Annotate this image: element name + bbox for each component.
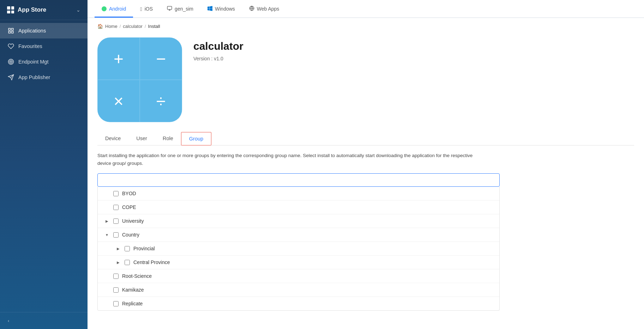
svg-rect-3 bbox=[12, 31, 13, 33]
sidebar-item-app-publisher[interactable]: App Publisher bbox=[0, 70, 88, 85]
grid-icon bbox=[7, 6, 14, 13]
breadcrumb-home[interactable]: Home bbox=[105, 24, 118, 29]
svg-rect-9 bbox=[167, 6, 172, 10]
breadcrumb-sep1: / bbox=[120, 24, 121, 29]
expand-icon[interactable] bbox=[104, 218, 110, 224]
app-icon-wrapper: + − × ÷ bbox=[97, 37, 182, 122]
send-icon bbox=[8, 74, 14, 80]
group-checkbox[interactable] bbox=[113, 232, 119, 238]
sidebar-header[interactable]: App Store ⌄ bbox=[0, 0, 88, 20]
sidebar-collapse-button[interactable]: ‹ bbox=[8, 318, 80, 323]
group-checkbox[interactable] bbox=[113, 205, 119, 210]
calc-divide: ÷ bbox=[140, 80, 182, 122]
tab-label: Windows bbox=[215, 6, 235, 12]
sidebar: App Store ⌄ Applications Favourites Endp… bbox=[0, 0, 88, 329]
content-area: 🏠 Home / calculator / Install + − × ÷ ca… bbox=[88, 18, 644, 329]
sidebar-toggle-icon[interactable]: ⌄ bbox=[76, 7, 80, 13]
sidebar-title: App Store bbox=[18, 6, 46, 13]
sidebar-footer: ‹ bbox=[0, 312, 88, 329]
expand-icon[interactable] bbox=[104, 232, 110, 238]
tab-ios[interactable]:  iOS bbox=[133, 0, 160, 18]
calc-plus: + bbox=[97, 37, 140, 80]
group-list: BYOD COPE University Country bbox=[97, 187, 500, 311]
tab-gen-sim[interactable]: gen_sim bbox=[160, 0, 200, 18]
apple-icon:  bbox=[140, 6, 142, 12]
breadcrumb-app[interactable]: calculator bbox=[123, 24, 143, 29]
heart-icon bbox=[8, 43, 14, 49]
svg-rect-1 bbox=[12, 28, 13, 30]
app-info: calculator Version : v1.0 bbox=[193, 37, 243, 61]
tab-device[interactable]: Device bbox=[97, 132, 128, 145]
tab-android[interactable]: Android bbox=[95, 0, 133, 18]
home-icon: 🏠 bbox=[97, 24, 103, 29]
group-label: Replicate bbox=[122, 301, 143, 306]
group-label: Root-Science bbox=[122, 273, 152, 279]
main-content: Android  iOS gen_sim Windows Web Apps bbox=[88, 0, 644, 329]
sidebar-item-label: Applications bbox=[18, 28, 46, 34]
install-description: Start installing the application for one… bbox=[97, 152, 486, 167]
breadcrumb: 🏠 Home / calculator / Install bbox=[97, 24, 634, 29]
list-item[interactable]: Kamikaze bbox=[98, 283, 499, 297]
group-label: COPE bbox=[122, 204, 136, 210]
group-label: Country bbox=[122, 232, 139, 238]
svg-rect-0 bbox=[8, 28, 10, 30]
tab-role[interactable]: Role bbox=[155, 132, 181, 145]
sidebar-item-label: Endpoint Mgt bbox=[18, 59, 48, 65]
tab-label: iOS bbox=[145, 6, 153, 12]
app-name: calculator bbox=[193, 40, 243, 52]
calc-multiply: × bbox=[97, 80, 140, 122]
group-search-input[interactable] bbox=[97, 173, 500, 187]
collapse-icon: ‹ bbox=[8, 318, 9, 323]
list-item[interactable]: Central Province bbox=[98, 256, 499, 269]
list-item[interactable]: Country bbox=[98, 228, 499, 242]
expand-icon[interactable] bbox=[115, 246, 121, 251]
sidebar-item-endpoint-mgt[interactable]: Endpoint Mgt bbox=[0, 54, 88, 70]
sidebar-brand: App Store bbox=[7, 6, 46, 13]
breadcrumb-sep2: / bbox=[145, 24, 146, 29]
globe-icon bbox=[249, 6, 254, 12]
group-label: Central Province bbox=[133, 259, 170, 265]
group-checkbox[interactable] bbox=[113, 287, 119, 293]
tab-windows[interactable]: Windows bbox=[200, 0, 242, 18]
app-icon: + − × ÷ bbox=[97, 37, 182, 122]
group-checkbox[interactable] bbox=[125, 260, 130, 265]
tab-web-apps[interactable]: Web Apps bbox=[242, 0, 287, 18]
list-item[interactable]: COPE bbox=[98, 201, 499, 214]
group-label: Provincial bbox=[133, 246, 155, 251]
list-item[interactable]: Replicate bbox=[98, 297, 499, 310]
svg-rect-2 bbox=[8, 31, 10, 33]
svg-point-5 bbox=[10, 60, 13, 64]
target-icon bbox=[8, 59, 14, 65]
list-item[interactable]: University bbox=[98, 214, 499, 228]
group-checkbox[interactable] bbox=[113, 191, 119, 196]
tab-label: Web Apps bbox=[257, 6, 279, 12]
group-label: BYOD bbox=[122, 191, 136, 196]
list-item[interactable]: Provincial bbox=[98, 242, 499, 256]
group-label: Kamikaze bbox=[122, 287, 144, 293]
android-icon bbox=[102, 6, 107, 11]
list-item[interactable]: BYOD bbox=[98, 187, 499, 201]
sidebar-item-label: Favourites bbox=[18, 43, 42, 49]
sidebar-item-applications[interactable]: Applications bbox=[0, 23, 88, 38]
group-checkbox[interactable] bbox=[113, 219, 119, 224]
tab-user[interactable]: User bbox=[128, 132, 155, 145]
breadcrumb-current: Install bbox=[148, 24, 160, 29]
platform-tabs: Android  iOS gen_sim Windows Web Apps bbox=[88, 0, 644, 18]
windows-icon bbox=[207, 6, 212, 12]
calc-minus: − bbox=[140, 37, 182, 80]
group-label: University bbox=[122, 218, 144, 224]
monitor-icon bbox=[167, 6, 172, 12]
group-checkbox[interactable] bbox=[125, 246, 130, 251]
tab-label: Android bbox=[109, 6, 126, 12]
grid-icon bbox=[8, 28, 14, 34]
install-tabs: Device User Role Group bbox=[97, 132, 634, 145]
sidebar-item-favourites[interactable]: Favourites bbox=[0, 38, 88, 54]
group-checkbox[interactable] bbox=[113, 274, 119, 279]
expand-icon[interactable] bbox=[115, 259, 121, 265]
group-checkbox[interactable] bbox=[113, 301, 119, 306]
sidebar-item-label: App Publisher bbox=[18, 74, 50, 80]
tab-label: gen_sim bbox=[175, 6, 193, 12]
tab-group[interactable]: Group bbox=[181, 132, 211, 145]
sidebar-nav: Applications Favourites Endpoint Mgt App… bbox=[0, 20, 88, 312]
list-item[interactable]: Root-Science bbox=[98, 269, 499, 283]
